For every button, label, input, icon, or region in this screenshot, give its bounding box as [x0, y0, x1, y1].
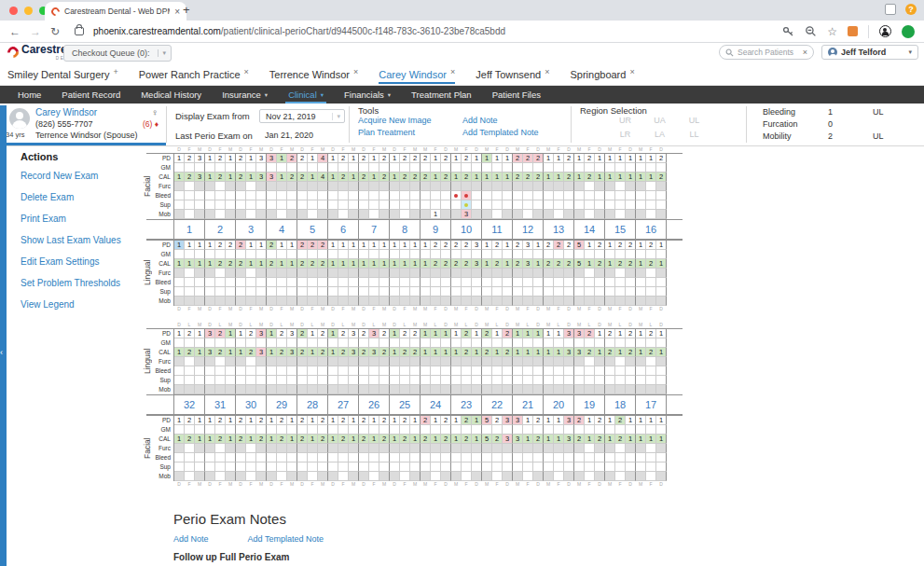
- perio-cell-bleed-t9-s0[interactable]: [421, 191, 431, 200]
- perio-cell-mob-t25-s0[interactable]: [390, 472, 400, 481]
- perio-cell-furc-t13-s1[interactable]: [554, 269, 564, 278]
- perio-cell-mob-t19-s0[interactable]: [574, 472, 585, 481]
- perio-cell-gm-t11-s1[interactable]: [492, 163, 503, 173]
- perio-cell-cal-t23-s2[interactable]: 1: [472, 435, 482, 444]
- perio-cell-sup-t32-s2[interactable]: [195, 462, 205, 472]
- perio-cell-cal-t19-s0[interactable]: 3: [574, 348, 585, 357]
- perio-cell-mob-t10-s2[interactable]: [472, 210, 482, 219]
- perio-cell-sup-t17-s2[interactable]: [656, 376, 667, 385]
- perio-cell-bleed-t7-s2[interactable]: [379, 191, 390, 200]
- perio-cell-furc-t16-s1[interactable]: [646, 269, 656, 278]
- perio-cell-pd-t10-s1[interactable]: 2: [462, 154, 472, 163]
- perio-cell-furc-t17-s1[interactable]: [646, 444, 656, 453]
- perio-cell-cal-t23-s2[interactable]: 1: [472, 348, 482, 357]
- perio-cell-cal-t20-s0[interactable]: 1: [544, 435, 554, 444]
- perio-cell-mob-t29-s0[interactable]: [267, 472, 277, 481]
- tooth-number-20[interactable]: 20: [544, 395, 574, 414]
- perio-cell-mob-t32-s1[interactable]: [185, 385, 195, 394]
- perio-cell-furc-t9-s1[interactable]: [431, 182, 441, 191]
- perio-cell-pd-t23-s1[interactable]: 2: [462, 416, 472, 425]
- perio-cell-pd-t18-s1[interactable]: 2: [615, 416, 626, 425]
- perio-cell-gm-t21-s2[interactable]: [533, 338, 544, 348]
- perio-cell-gm-t27-s2[interactable]: [349, 425, 359, 435]
- perio-cell-furc-t20-s1[interactable]: [554, 444, 564, 453]
- perio-cell-pd-t10-s1[interactable]: 2: [462, 241, 472, 250]
- perio-cell-gm-t30-s1[interactable]: [246, 425, 256, 435]
- perio-cell-pd-t13-s0[interactable]: 2: [544, 241, 554, 250]
- perio-cell-pd-t3-s2[interactable]: 3: [256, 154, 267, 163]
- perio-cell-pd-t31-s0[interactable]: 1: [205, 416, 215, 425]
- perio-cell-pd-t9-s0[interactable]: 1: [421, 241, 431, 250]
- perio-cell-cal-t8-s0[interactable]: 1: [390, 173, 400, 182]
- perio-cell-furc-t12-s1[interactable]: [523, 182, 533, 191]
- perio-cell-pd-t8-s1[interactable]: 1: [400, 241, 410, 250]
- perio-cell-gm-t24-s1[interactable]: [431, 338, 441, 348]
- perio-cell-pd-t24-s1[interactable]: 1: [431, 416, 441, 425]
- perio-cell-gm-t15-s2[interactable]: [626, 250, 636, 259]
- perio-cell-mob-t30-s1[interactable]: [246, 472, 256, 481]
- perio-cell-furc-t20-s1[interactable]: [554, 357, 564, 366]
- perio-cell-sup-t4-s2[interactable]: [287, 287, 297, 297]
- perio-cell-bleed-t26-s1[interactable]: [369, 453, 379, 462]
- perio-cell-gm-t31-s1[interactable]: [215, 338, 226, 348]
- perio-cell-mob-t11-s2[interactable]: [503, 210, 513, 219]
- perio-cell-mob-t1-s0[interactable]: [174, 297, 185, 306]
- perio-cell-mob-t6-s1[interactable]: [338, 297, 349, 306]
- perio-cell-pd-t28-s2[interactable]: 2: [318, 329, 328, 338]
- perio-cell-mob-t23-s2[interactable]: [472, 472, 482, 481]
- perio-cell-sup-t24-s0[interactable]: [421, 462, 431, 472]
- perio-cell-furc-t10-s2[interactable]: [472, 182, 482, 191]
- perio-cell-sup-t3-s2[interactable]: [256, 200, 267, 210]
- perio-cell-sup-t10-s0[interactable]: [451, 287, 462, 297]
- perio-cell-bleed-t10-s2[interactable]: [472, 191, 482, 200]
- perio-cell-bleed-t17-s1[interactable]: [646, 453, 656, 462]
- perio-cell-cal-t23-s0[interactable]: 1: [451, 435, 462, 444]
- perio-cell-sup-t7-s2[interactable]: [379, 287, 390, 297]
- perio-cell-bleed-t29-s1[interactable]: [277, 453, 287, 462]
- perio-cell-cal-t14-s0[interactable]: 1: [574, 173, 585, 182]
- perio-cell-sup-t15-s1[interactable]: [615, 200, 626, 210]
- perio-cell-cal-t15-s1[interactable]: 1: [615, 173, 626, 182]
- perio-cell-cal-t3-s2[interactable]: 3: [256, 173, 267, 182]
- perio-cell-sup-t25-s0[interactable]: [390, 462, 400, 472]
- perio-cell-cal-t25-s2[interactable]: 1: [410, 435, 421, 444]
- perio-cell-bleed-t9-s2[interactable]: [441, 191, 451, 200]
- perio-cell-pd-t2-s1[interactable]: 2: [215, 154, 226, 163]
- perio-cell-furc-t31-s2[interactable]: [226, 444, 236, 453]
- perio-cell-sup-t1-s1[interactable]: [185, 287, 195, 297]
- perio-cell-cal-t32-s2[interactable]: 1: [195, 348, 205, 357]
- perio-cell-sup-t26-s2[interactable]: [379, 376, 390, 385]
- perio-cell-gm-t1-s2[interactable]: [195, 163, 205, 173]
- plan-treatment-link[interactable]: Plan Treatment: [358, 128, 462, 137]
- perio-cell-sup-t30-s0[interactable]: [236, 462, 246, 472]
- perio-cell-mob-t17-s1[interactable]: [646, 472, 656, 481]
- perio-cell-cal-t6-s0[interactable]: 1: [328, 173, 338, 182]
- perio-cell-sup-t21-s2[interactable]: [533, 462, 544, 472]
- perio-cell-bleed-t18-s1[interactable]: [615, 453, 626, 462]
- perio-cell-sup-t14-s0[interactable]: [574, 287, 585, 297]
- perio-cell-furc-t28-s2[interactable]: [318, 444, 328, 453]
- perio-cell-sup-t9-s2[interactable]: [441, 200, 451, 210]
- perio-cell-gm-t22-s2[interactable]: [503, 425, 513, 435]
- perio-cell-sup-t23-s0[interactable]: [451, 376, 462, 385]
- perio-cell-bleed-t12-s1[interactable]: [523, 191, 533, 200]
- perio-cell-cal-t9-s2[interactable]: 2: [441, 259, 451, 269]
- perio-cell-gm-t5-s1[interactable]: [308, 250, 318, 259]
- perio-cell-pd-t15-s2[interactable]: 2: [626, 241, 636, 250]
- perio-cell-gm-t13-s2[interactable]: [564, 163, 574, 173]
- perio-cell-mob-t6-s2[interactable]: [349, 297, 359, 306]
- perio-cell-bleed-t26-s1[interactable]: [369, 366, 379, 376]
- perio-cell-bleed-t26-s0[interactable]: [359, 366, 369, 376]
- perio-cell-cal-t7-s1[interactable]: 1: [369, 259, 379, 269]
- perio-cell-pd-t12-s2[interactable]: 1: [533, 241, 544, 250]
- perio-cell-furc-t5-s2[interactable]: [318, 182, 328, 191]
- perio-cell-furc-t16-s2[interactable]: [656, 269, 667, 278]
- perio-cell-furc-t22-s2[interactable]: [503, 444, 513, 453]
- perio-cell-pd-t6-s1[interactable]: 1: [338, 241, 349, 250]
- perio-cell-bleed-t24-s1[interactable]: [431, 453, 441, 462]
- perio-cell-sup-t27-s2[interactable]: [349, 462, 359, 472]
- perio-cell-sup-t6-s2[interactable]: [349, 287, 359, 297]
- perio-cell-bleed-t22-s1[interactable]: [492, 366, 503, 376]
- perio-cell-mob-t29-s2[interactable]: [287, 472, 297, 481]
- perio-cell-cal-t21-s1[interactable]: 1: [523, 435, 533, 444]
